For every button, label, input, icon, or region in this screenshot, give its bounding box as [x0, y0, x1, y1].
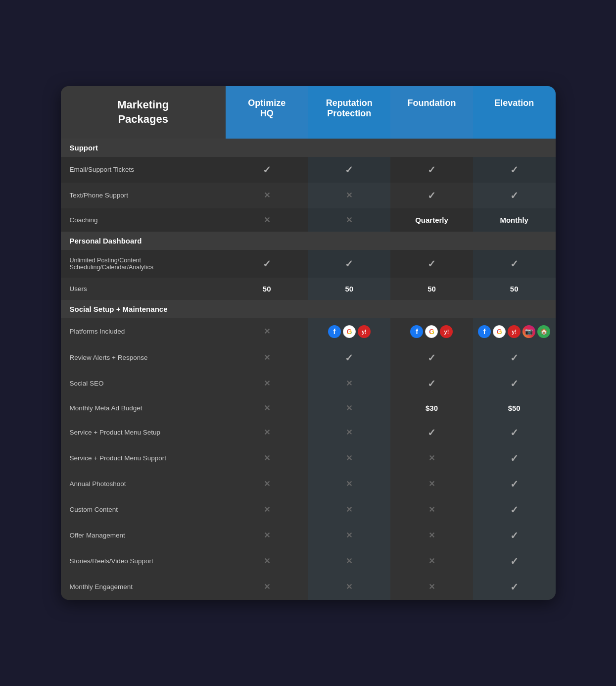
google-icon: G: [493, 325, 506, 338]
cell: [308, 396, 391, 420]
table-row: Custom Content: [61, 497, 556, 523]
cell: [390, 471, 473, 497]
section-support: Support: [61, 139, 556, 157]
cell: [226, 420, 308, 445]
cross-icon: [346, 531, 352, 540]
cell: [226, 183, 308, 208]
cell: [308, 445, 391, 471]
cell: [308, 208, 391, 232]
cross-icon: [428, 479, 435, 489]
cell: [473, 183, 556, 208]
cell: f G y!: [390, 318, 473, 345]
table-row: Users 50 50 50 50: [61, 278, 556, 300]
cell: [390, 157, 473, 183]
col-header-elevation: Elevation: [473, 86, 556, 138]
cell: 50: [473, 278, 556, 300]
cell: [473, 523, 556, 548]
cell: [390, 548, 473, 574]
table-row: Text/Phone Support: [61, 183, 556, 208]
cell: [473, 157, 556, 183]
platforms-elev: f G y! 📷 🏠: [478, 325, 550, 338]
check-icon: [510, 352, 519, 364]
cell: [473, 420, 556, 445]
row-label: Coaching: [61, 208, 226, 232]
gmb-icon: 🏠: [537, 325, 550, 338]
check-icon: [345, 164, 353, 176]
check-icon: [510, 190, 519, 201]
cell: [226, 574, 308, 600]
cross-icon: [428, 556, 435, 566]
cell: f G y! 📷 🏠: [473, 318, 556, 345]
marketing-packages-table: Marketing Packages Optimize HQ Reputatio…: [61, 86, 556, 599]
cell: [473, 371, 556, 396]
check-icon: [510, 581, 519, 593]
cell: [473, 548, 556, 574]
cell: [308, 345, 391, 371]
cell: [308, 574, 391, 600]
cell: [226, 445, 308, 471]
cell: $50: [473, 396, 556, 420]
cell: [390, 371, 473, 396]
check-icon: [510, 504, 519, 516]
cell: [473, 345, 556, 371]
check-icon: [345, 258, 353, 270]
cell: [308, 471, 391, 497]
row-label: Monthly Engagement: [61, 574, 226, 600]
cross-icon: [346, 215, 352, 225]
cross-icon: [428, 582, 435, 591]
cross-icon: [264, 479, 270, 489]
cross-icon: [428, 453, 435, 463]
row-label: Service + Product Menu Support: [61, 445, 226, 471]
table-row: Monthly Engagement: [61, 574, 556, 600]
cell: [473, 497, 556, 523]
cell: [473, 445, 556, 471]
cell: [473, 574, 556, 600]
table-row: Service + Product Menu Setup: [61, 420, 556, 445]
table-row: Review Alerts + Response: [61, 345, 556, 371]
cell: Quarterly: [390, 208, 473, 232]
cross-icon: [346, 403, 352, 413]
cell: f G y!: [308, 318, 391, 345]
col-header-foundation: Foundation: [390, 86, 473, 138]
cross-icon: [264, 531, 270, 540]
cross-icon: [264, 215, 270, 225]
col-header-optimize: Optimize HQ: [226, 86, 308, 138]
table-row: Unlimited Posting/Content Scheduling/Cal…: [61, 250, 556, 278]
check-icon: [510, 555, 519, 567]
row-label: Users: [61, 278, 226, 300]
cross-icon: [264, 403, 270, 413]
yelp-icon: y!: [358, 325, 371, 338]
yelp-icon: y!: [440, 325, 453, 338]
row-label: Social SEO: [61, 371, 226, 396]
cell: [308, 183, 391, 208]
cross-icon: [428, 505, 435, 514]
table-row: Offer Management: [61, 523, 556, 548]
check-icon: [510, 378, 519, 390]
cell: [308, 420, 391, 445]
cell: [226, 345, 308, 371]
row-label: Platforms Included: [61, 318, 226, 345]
cross-icon: [264, 556, 270, 566]
cell: [226, 318, 308, 345]
cell: [473, 471, 556, 497]
cross-icon: [264, 453, 270, 463]
check-icon: [510, 452, 519, 464]
cross-icon: [264, 191, 270, 200]
packages-title: Marketing Packages: [61, 86, 226, 138]
table-row: Social SEO: [61, 371, 556, 396]
row-label: Service + Product Menu Setup: [61, 420, 226, 445]
check-icon: [510, 427, 519, 439]
row-label: Email/Support Tickets: [61, 157, 226, 183]
cell: [226, 497, 308, 523]
check-icon: [510, 478, 519, 490]
check-icon: [510, 164, 519, 176]
check-icon: [345, 352, 353, 364]
cell: [226, 471, 308, 497]
cell: [226, 250, 308, 278]
cross-icon: [264, 505, 270, 514]
cell: [390, 445, 473, 471]
cell: [308, 157, 391, 183]
cell: [390, 183, 473, 208]
cell: [390, 497, 473, 523]
cell: [390, 250, 473, 278]
